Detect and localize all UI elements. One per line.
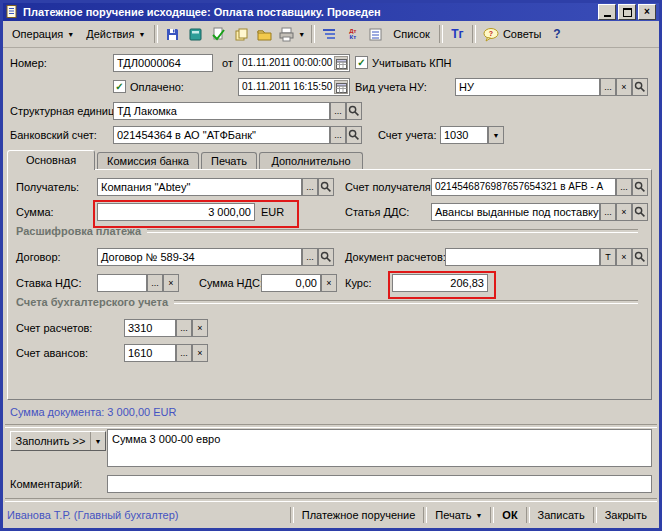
doc-type-button[interactable]: Платежное поручение [294,505,424,525]
payee-account-field[interactable]: 0214546876987657654321 в AFB - А [431,178,616,196]
contract-field[interactable]: Договор № 589-34 [97,248,302,266]
bank-select-button[interactable]: ... [330,126,346,144]
nu-label: Вид учета НУ: [355,78,427,96]
close-button[interactable]: × [638,4,656,20]
payee-open-button[interactable] [318,178,334,196]
advance-account-clear-button[interactable]: × [192,344,208,362]
kpn-checkbox[interactable]: ✓ [355,56,368,69]
calendar-button[interactable] [334,56,348,70]
post-button[interactable] [184,23,207,45]
ok-button[interactable]: ОК [494,505,525,525]
settlement-account-clear-button[interactable]: × [192,319,208,337]
dds-select-button[interactable]: ... [600,203,616,221]
nu-field[interactable]: НУ [455,78,600,96]
print-button[interactable]: Печать ▼ [427,505,490,525]
post-and-close-button[interactable] [207,23,230,45]
separator [5,424,657,428]
account-dropdown-button[interactable]: ▼ [488,126,504,144]
vat-rate-clear-button[interactable]: × [163,274,179,292]
unit-select-button[interactable]: ... [330,102,346,120]
toolbar-separator [154,25,158,43]
comment-field[interactable] [107,475,652,493]
actions-menu-button[interactable]: Действия ▼ [80,23,151,45]
folder-icon [257,27,272,42]
advance-account-select-button[interactable]: ... [176,344,192,362]
paid-checkbox[interactable]: ✓ [113,80,126,93]
dds-field[interactable]: Авансы выданные под поставку [431,203,600,221]
magnifier-icon [320,181,332,193]
payment-purpose-textbox[interactable]: Сумма 3 000-00 евро [107,429,652,467]
rate-field[interactable]: 206,83 [392,274,488,292]
date-field[interactable]: 01.11.2011 00:00:00 [238,54,350,72]
vat-sum-clear-button[interactable]: × [321,274,337,292]
toolbar-separator [439,25,443,43]
nu-select-button[interactable]: ... [600,78,616,96]
advice-button[interactable]: ? Советы [479,23,545,45]
toolbar: Операция ▼ Действия ▼ ▼ ДтКт Список Тг ?… [3,21,659,48]
tab-main[interactable]: Основная [7,150,95,170]
paid-date-field[interactable]: 01.11.2011 16:15:50 [238,78,350,96]
journal-icon [368,27,383,42]
vat-rate-label: Ставка НДС: [16,274,81,292]
dds-clear-button[interactable]: × [616,203,632,221]
printer-icon [279,27,294,42]
calendar-button[interactable] [334,80,348,94]
nu-clear-button[interactable]: × [616,78,632,96]
contract-label: Договор: [16,248,61,266]
bank-account-field[interactable]: 021454364 в АО "АТФБанк" [113,126,330,144]
advance-account-field[interactable]: 1610 [124,344,176,362]
go-to-button[interactable]: Тг [446,23,469,45]
settlement-doc-clear-button[interactable]: × [616,248,632,266]
payee-account-open-button[interactable] [632,178,648,196]
number-field[interactable]: ТДЛ0000064 [113,54,213,72]
posting-result-button[interactable]: ДтКт [341,23,364,45]
dds-open-button[interactable] [632,203,648,221]
account-combo-field[interactable]: 1030 [440,126,488,144]
payee-select-button[interactable]: ... [302,178,318,196]
write-button[interactable] [161,23,184,45]
close-window-button[interactable]: Закрыть [597,505,655,525]
date-from-label: от [222,54,233,72]
document-sum-text: Сумма документа: 3 000,00 EUR [10,406,176,418]
settlement-doc-field[interactable] [445,248,600,266]
vat-rate-select-button[interactable]: ... [147,274,163,292]
operation-menu-button[interactable]: Операция ▼ [6,23,80,45]
vat-sum-field[interactable]: 0,00 [261,274,321,292]
save-button[interactable]: Записать [530,505,593,525]
chevron-down-icon: ▼ [138,31,145,38]
payee-field[interactable]: Компания "Abtey" [97,178,302,196]
print-form-menu-button[interactable]: ▼ [276,23,308,45]
journal-button[interactable] [364,23,387,45]
minimize-button[interactable] [598,4,616,20]
settlement-doc-open-button[interactable] [632,248,648,266]
help-button[interactable]: ? [545,23,568,45]
unit-open-button[interactable] [346,102,362,120]
tab-print[interactable]: Печать [201,152,257,169]
actions-label: Действия [86,28,134,40]
subordination-structure-button[interactable] [318,23,341,45]
unit-field[interactable]: ТД Лакомка [113,102,330,120]
contract-open-button[interactable] [318,248,334,266]
fill-button[interactable]: Заполнить >> ▼ [10,431,106,451]
nu-open-button[interactable] [632,78,648,96]
sum-label: Сумма: [16,203,54,221]
settlement-account-label: Счет расчетов: [16,319,92,337]
open-list-button[interactable] [253,23,276,45]
tab-extra[interactable]: Дополнительно [259,152,363,169]
settlement-account-select-button[interactable]: ... [176,319,192,337]
copy-button[interactable] [230,23,253,45]
calendar-icon [336,82,347,93]
number-label: Номер: [10,54,47,72]
chevron-down-icon: ▼ [90,432,105,450]
settlement-doc-type-button[interactable]: T [600,248,616,266]
settlement-account-field[interactable]: 3310 [124,319,176,337]
bank-open-button[interactable] [346,126,362,144]
magnifier-icon [348,105,360,117]
tab-commission[interactable]: Комиссия банка [97,152,199,169]
vat-rate-field[interactable] [97,274,147,292]
maximize-button[interactable] [618,4,636,20]
list-button[interactable]: Список [387,23,436,45]
payee-account-select-button[interactable]: ... [616,178,632,196]
sum-field[interactable]: 3 000,00 [97,203,255,221]
contract-select-button[interactable]: ... [302,248,318,266]
